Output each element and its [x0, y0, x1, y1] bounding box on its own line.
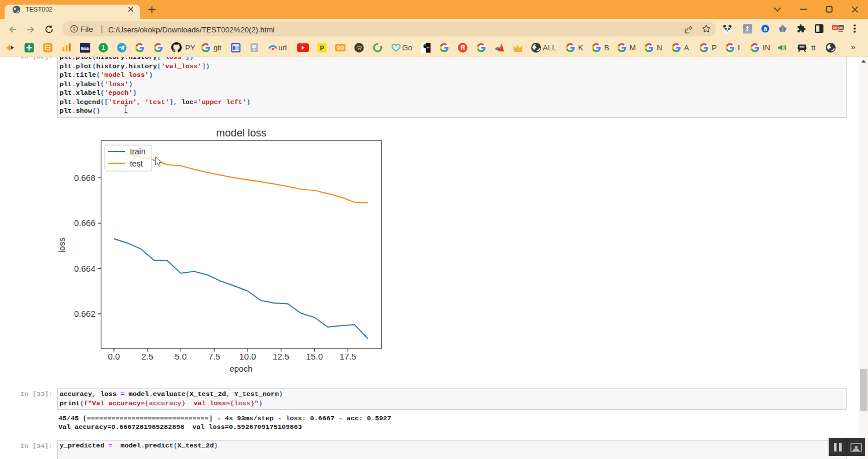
svg-text:loss: loss: [57, 238, 67, 253]
svg-text:0.662: 0.662: [74, 309, 95, 319]
svg-text:7.5: 7.5: [208, 352, 220, 361]
svg-text:OK: OK: [838, 26, 843, 29]
svg-text:0.666: 0.666: [74, 219, 95, 228]
svg-text:OK: OK: [833, 26, 837, 29]
svg-text:P: P: [320, 45, 324, 51]
svg-text:17.5: 17.5: [340, 352, 356, 361]
svg-text:2.5: 2.5: [141, 352, 153, 361]
svg-text:IEEE: IEEE: [81, 46, 90, 50]
svg-text:15.0: 15.0: [306, 352, 323, 361]
svg-text:10.0: 10.0: [240, 352, 256, 361]
svg-text:0.668: 0.668: [74, 173, 95, 183]
svg-text:test: test: [130, 160, 143, 168]
svg-text:Я: Я: [461, 44, 465, 51]
svg-text:0.664: 0.664: [74, 264, 95, 273]
svg-text:5.0: 5.0: [175, 352, 187, 361]
svg-text:0.0: 0.0: [108, 352, 120, 361]
svg-text:train: train: [130, 147, 146, 156]
svg-text:1: 1: [102, 45, 105, 51]
svg-text:epoch: epoch: [230, 364, 253, 373]
svg-text:model loss: model loss: [216, 127, 267, 139]
svg-text:a: a: [764, 25, 767, 32]
svg-text:12.5: 12.5: [273, 352, 289, 361]
